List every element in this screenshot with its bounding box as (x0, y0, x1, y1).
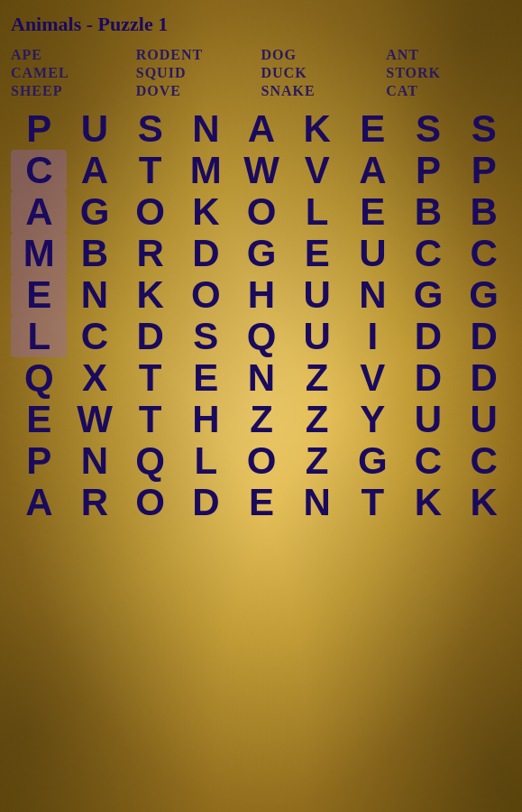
grid-cell[interactable]: L (288, 191, 344, 233)
grid-cell[interactable]: E (288, 233, 344, 274)
grid-cell[interactable]: L (178, 440, 234, 482)
puzzle-grid[interactable]: PUSNAKESSCATMWVAPPAGOKOLEBBMBRDGEUCCENKO… (11, 108, 511, 523)
grid-row: PUSNAKESS (11, 108, 511, 150)
grid-cell[interactable]: U (288, 274, 344, 316)
grid-cell[interactable]: B (455, 191, 511, 233)
grid-cell[interactable]: P (11, 108, 67, 150)
grid-cell[interactable]: T (344, 482, 400, 523)
grid-cell[interactable]: P (455, 150, 511, 191)
grid-cell[interactable]: Q (234, 316, 289, 357)
grid-cell[interactable]: N (234, 357, 289, 399)
grid-cell[interactable]: G (400, 274, 456, 316)
grid-cell[interactable]: G (455, 274, 511, 316)
grid-cell[interactable]: C (400, 440, 456, 482)
grid-cell[interactable]: D (122, 316, 178, 357)
grid-cell[interactable]: R (122, 233, 178, 274)
grid-cell[interactable]: K (122, 274, 178, 316)
grid-cell[interactable]: E (344, 108, 400, 150)
grid-cell[interactable]: H (234, 274, 289, 316)
grid-cell[interactable]: G (234, 233, 289, 274)
grid-cell[interactable]: A (67, 150, 123, 191)
grid-cell[interactable]: U (344, 233, 400, 274)
grid-cell[interactable]: O (178, 274, 234, 316)
grid-cell[interactable]: V (288, 150, 344, 191)
grid-cell[interactable]: D (178, 233, 234, 274)
grid-cell[interactable]: D (400, 316, 456, 357)
grid-cell[interactable]: B (400, 191, 456, 233)
grid-cell[interactable]: S (400, 108, 456, 150)
grid-cell[interactable]: E (344, 191, 400, 233)
grid-cell[interactable]: Z (288, 357, 344, 399)
grid-cell[interactable]: U (67, 108, 123, 150)
word-item: SHEEP (11, 83, 136, 99)
grid-cell[interactable]: O (234, 191, 289, 233)
grid-cell[interactable]: E (234, 482, 289, 523)
grid-cell[interactable]: Y (344, 399, 400, 440)
grid-cell[interactable]: Q (11, 357, 67, 399)
grid-cell[interactable]: C (455, 440, 511, 482)
page-title: Animals - Puzzle 1 (11, 13, 511, 36)
grid-cell[interactable]: K (400, 482, 456, 523)
grid-cell[interactable]: K (455, 482, 511, 523)
grid-cell[interactable]: A (344, 150, 400, 191)
word-item: SQUID (136, 65, 261, 81)
grid-cell[interactable]: O (122, 482, 178, 523)
grid-cell[interactable]: D (455, 357, 511, 399)
grid-cell[interactable]: N (344, 274, 400, 316)
grid-cell[interactable]: W (67, 399, 123, 440)
grid-cell[interactable]: C (11, 150, 67, 191)
grid-cell[interactable]: X (67, 357, 123, 399)
word-item: CAMEL (11, 65, 136, 81)
grid-cell[interactable]: E (11, 399, 67, 440)
grid-cell[interactable]: Z (288, 399, 344, 440)
word-item: DOG (261, 47, 387, 63)
grid-cell[interactable]: O (122, 191, 178, 233)
grid-cell[interactable]: C (400, 233, 456, 274)
grid-cell[interactable]: A (11, 482, 67, 523)
grid-cell[interactable]: E (178, 357, 234, 399)
grid-cell[interactable]: D (400, 357, 456, 399)
grid-cell[interactable]: E (11, 274, 67, 316)
grid-cell[interactable]: P (400, 150, 456, 191)
grid-cell[interactable]: Z (288, 440, 344, 482)
grid-cell[interactable]: D (178, 482, 234, 523)
grid-row: EWTHZZYUU (11, 399, 511, 440)
grid-cell[interactable]: U (400, 399, 456, 440)
grid-cell[interactable]: Q (122, 440, 178, 482)
grid-cell[interactable]: V (344, 357, 400, 399)
grid-cell[interactable]: A (11, 191, 67, 233)
grid-cell[interactable]: B (67, 233, 123, 274)
grid-cell[interactable]: N (67, 440, 123, 482)
grid-cell[interactable]: G (67, 191, 123, 233)
grid-cell[interactable]: N (67, 274, 123, 316)
grid-row: ARODENTKK (11, 482, 511, 523)
grid-cell[interactable]: T (122, 399, 178, 440)
grid-cell[interactable]: W (234, 150, 289, 191)
grid-cell[interactable]: N (288, 482, 344, 523)
grid-cell[interactable]: S (455, 108, 511, 150)
grid-cell[interactable]: H (178, 399, 234, 440)
grid-row: LCDSQUIDD (11, 316, 511, 357)
grid-cell[interactable]: I (344, 316, 400, 357)
grid-cell[interactable]: T (122, 357, 178, 399)
grid-cell[interactable]: U (288, 316, 344, 357)
grid-cell[interactable]: P (11, 440, 67, 482)
grid-cell[interactable]: G (344, 440, 400, 482)
grid-cell[interactable]: D (455, 316, 511, 357)
grid-cell[interactable]: Z (234, 399, 289, 440)
grid-cell[interactable]: S (122, 108, 178, 150)
grid-cell[interactable]: R (67, 482, 123, 523)
grid-cell[interactable]: S (178, 316, 234, 357)
grid-cell[interactable]: K (178, 191, 234, 233)
grid-cell[interactable]: A (234, 108, 289, 150)
grid-cell[interactable]: N (178, 108, 234, 150)
grid-cell[interactable]: C (67, 316, 123, 357)
grid-cell[interactable]: O (234, 440, 289, 482)
grid-cell[interactable]: C (455, 233, 511, 274)
grid-cell[interactable]: T (122, 150, 178, 191)
grid-cell[interactable]: K (288, 108, 344, 150)
grid-cell[interactable]: M (178, 150, 234, 191)
grid-cell[interactable]: U (455, 399, 511, 440)
grid-cell[interactable]: L (11, 316, 67, 357)
grid-cell[interactable]: M (11, 233, 67, 274)
